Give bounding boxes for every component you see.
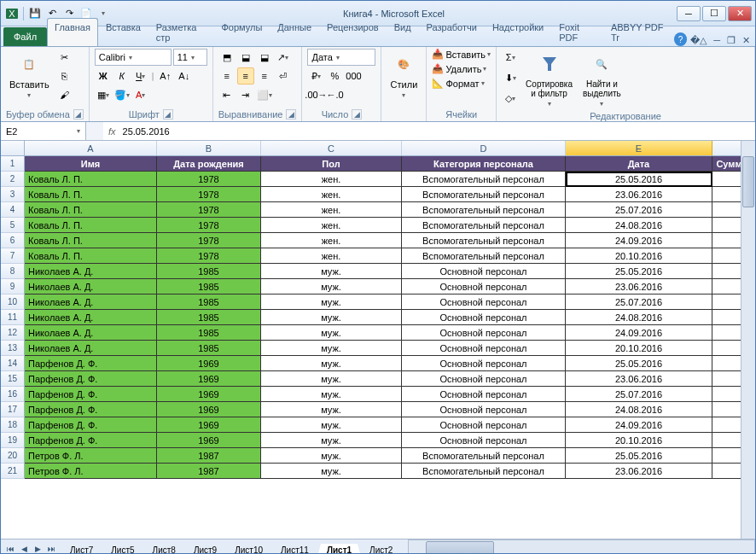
cell[interactable]: муж.	[261, 464, 402, 479]
align-top-icon[interactable]: ⬒	[218, 49, 236, 66]
ribbon-tab-6[interactable]: Вид	[387, 18, 419, 46]
formula-input[interactable]: 25.05.2016	[123, 126, 170, 137]
sheet-tab-Лист10[interactable]: Лист10	[225, 544, 272, 554]
cell[interactable]: Основной персонал	[402, 356, 566, 371]
save-icon[interactable]: 💾	[27, 6, 43, 21]
cell[interactable]: 23.06.2016	[566, 279, 712, 294]
currency-icon[interactable]: ₽▾	[307, 67, 324, 85]
cell[interactable]: Николаев А. Д.	[25, 279, 157, 294]
sheet-nav-last-icon[interactable]: ⏭	[45, 543, 57, 555]
cell[interactable]: 1987	[157, 448, 261, 464]
table-header-cell[interactable]: Категория персонала	[402, 156, 566, 172]
ribbon-tab-9[interactable]: Foxit PDF	[551, 18, 603, 46]
delete-cells-button[interactable]: 📤 Удалить ▾	[432, 63, 491, 74]
row-header-11[interactable]: 11	[1, 310, 25, 325]
cut-icon[interactable]: ✂	[56, 49, 73, 66]
cell[interactable]: Петров Ф. Л.	[25, 448, 157, 464]
cell[interactable]: Парфенов Д. Ф.	[25, 356, 157, 371]
sheet-nav-next-icon[interactable]: ▶	[32, 543, 44, 555]
row-header-7[interactable]: 7	[1, 248, 25, 264]
cell[interactable]: Коваль Л. П.	[25, 202, 157, 218]
cell[interactable]: Парфенов Д. Ф.	[25, 433, 157, 448]
cell[interactable]: Вспомогательный персонал	[402, 233, 566, 248]
cell[interactable]: Основной персонал	[402, 325, 566, 341]
ribbon-tab-7[interactable]: Разработчи	[419, 18, 485, 46]
font-launcher[interactable]: ◢	[163, 109, 173, 120]
align-center-icon[interactable]: ≡	[237, 67, 254, 85]
table-header-cell[interactable]: Пол	[261, 156, 402, 172]
cell[interactable]: 1985	[157, 325, 261, 341]
cell[interactable]: 23.06.2016	[566, 371, 712, 387]
ribbon-tab-10[interactable]: ABBYY PDF Tr	[603, 18, 674, 46]
number-launcher[interactable]: ◢	[352, 109, 362, 120]
row-header-18[interactable]: 18	[1, 417, 25, 433]
bold-button[interactable]: Ж	[95, 67, 112, 85]
sheet-nav-first-icon[interactable]: ⏮	[4, 543, 16, 555]
cell[interactable]: Основной персонал	[402, 294, 566, 310]
cell[interactable]: 1969	[157, 402, 261, 417]
insert-cells-button[interactable]: 📥 Вставить ▾	[432, 49, 491, 60]
row-header-13[interactable]: 13	[1, 341, 25, 356]
paste-button[interactable]: 📋 Вставить ▾	[6, 49, 53, 101]
increase-indent-icon[interactable]: ⇥	[237, 86, 254, 103]
row-header-14[interactable]: 14	[1, 356, 25, 371]
maximize-button[interactable]: ☐	[702, 6, 726, 21]
cell[interactable]: муж.	[261, 341, 402, 356]
cell[interactable]: 1969	[157, 433, 261, 448]
row-header-9[interactable]: 9	[1, 279, 25, 294]
cell[interactable]: Основной персонал	[402, 387, 566, 402]
cell[interactable]: Коваль Л. П.	[25, 218, 157, 233]
cell[interactable]: Коваль Л. П.	[25, 187, 157, 202]
wrap-text-icon[interactable]: ⏎	[275, 67, 292, 85]
cell[interactable]: Парфенов Д. Ф.	[25, 371, 157, 387]
sheet-tab-Лист5[interactable]: Лист5	[102, 544, 143, 554]
cell[interactable]: 1969	[157, 371, 261, 387]
font-name-combo[interactable]: Calibri▾	[95, 49, 172, 66]
cell[interactable]: Вспомогательный персонал	[402, 202, 566, 218]
number-format-combo[interactable]: Дата▾	[307, 49, 375, 66]
sheet-tab-Лист11[interactable]: Лист11	[271, 544, 318, 554]
cell[interactable]: Основной персонал	[402, 371, 566, 387]
row-header-1[interactable]: 1	[1, 156, 25, 172]
cell[interactable]: 25.07.2016	[566, 387, 712, 402]
cell[interactable]: Коваль Л. П.	[25, 233, 157, 248]
column-header-B[interactable]: B	[157, 141, 261, 155]
clear-icon[interactable]: ◇▾	[502, 90, 519, 107]
column-header-A[interactable]: A	[25, 141, 157, 155]
row-header-20[interactable]: 20	[1, 448, 25, 464]
sheet-tab-Лист1[interactable]: Лист1	[317, 544, 361, 554]
shrink-font-icon[interactable]: A↓	[176, 67, 193, 85]
doc-close-icon[interactable]: ✕	[742, 35, 750, 46]
vertical-scrollbar[interactable]	[741, 141, 755, 539]
fill-icon[interactable]: ⬇▾	[502, 69, 519, 86]
cell[interactable]: Коваль Л. П.	[25, 172, 157, 187]
border-button[interactable]: ▦▾	[95, 86, 112, 103]
cell[interactable]: муж.	[261, 294, 402, 310]
cell[interactable]: Основной персонал	[402, 279, 566, 294]
cell[interactable]: 25.05.2016	[566, 264, 712, 279]
column-header-E[interactable]: E	[566, 141, 712, 155]
row-header-19[interactable]: 19	[1, 433, 25, 448]
row-header-4[interactable]: 4	[1, 202, 25, 218]
cell[interactable]: жен.	[261, 172, 402, 187]
cell[interactable]: 1978	[157, 248, 261, 264]
fx-button[interactable]: fx	[108, 126, 116, 137]
cell[interactable]: 1985	[157, 279, 261, 294]
cell[interactable]: 1978	[157, 233, 261, 248]
file-tab[interactable]: Файл	[3, 27, 47, 46]
cell[interactable]: 1978	[157, 187, 261, 202]
copy-icon[interactable]: ⎘	[56, 67, 73, 85]
cell[interactable]: Парфенов Д. Ф.	[25, 387, 157, 402]
cell[interactable]: 25.07.2016	[566, 294, 712, 310]
sheet-tab-Лист8[interactable]: Лист8	[143, 544, 185, 554]
ribbon-minimize-icon[interactable]: �△	[690, 35, 707, 46]
cell[interactable]: 1985	[157, 294, 261, 310]
cell[interactable]: 1985	[157, 341, 261, 356]
format-painter-icon[interactable]: 🖌	[56, 86, 73, 103]
decrease-indent-icon[interactable]: ⇤	[218, 86, 236, 103]
cell[interactable]: муж.	[261, 417, 402, 433]
table-header-cell[interactable]: Имя	[25, 156, 157, 172]
cell[interactable]: 24.09.2016	[566, 233, 712, 248]
ribbon-tab-5[interactable]: Рецензиров	[319, 18, 387, 46]
row-header-10[interactable]: 10	[1, 294, 25, 310]
